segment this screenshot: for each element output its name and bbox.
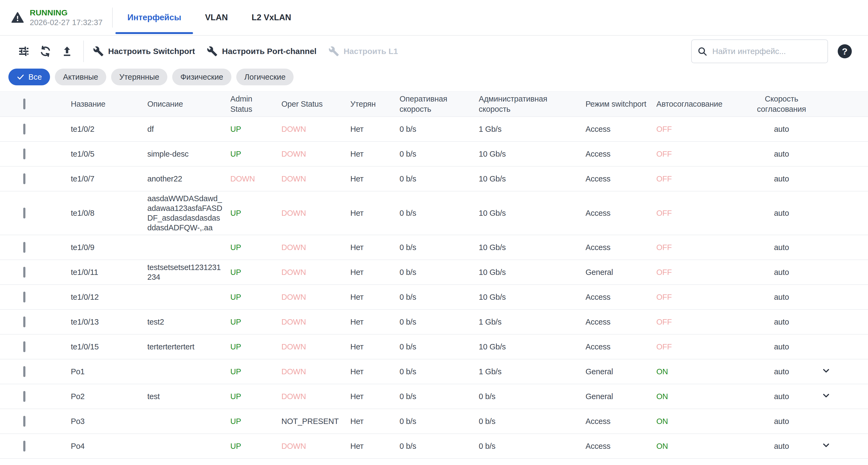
tab-interfaces[interactable]: Интерфейсы (116, 0, 193, 35)
admin-status: UP (230, 417, 281, 426)
oper-status: DOWN (281, 392, 350, 401)
lost: Нет (350, 442, 400, 451)
admin-status: UP (230, 442, 281, 451)
neg-speed: auto (750, 268, 813, 277)
row-checkbox[interactable] (23, 242, 25, 253)
tune-icon[interactable] (17, 45, 30, 58)
row-checkbox[interactable] (23, 366, 25, 377)
switchport-mode: Access (586, 150, 656, 159)
interface-name: te1/0/9 (71, 243, 147, 252)
configure-portchannel-button[interactable]: Настроить Port-channel (207, 46, 316, 57)
table-row[interactable]: te1/0/8aasdaWWDASdawd_adawaa123asfaFASDD… (0, 192, 868, 235)
row-expander[interactable] (813, 391, 840, 402)
admin-speed: 0 b/s (479, 417, 586, 426)
configure-l1-button: Настроить L1 (329, 46, 398, 57)
table-row[interactable]: Po2testUPDOWNНет0 b/s0 b/sGeneralONauto (0, 384, 868, 409)
oper-status: DOWN (281, 243, 350, 252)
upload-icon[interactable] (61, 45, 73, 58)
autoneg: ON (656, 417, 750, 426)
admin-speed: 10 Gb/s (479, 209, 586, 218)
row-checkbox[interactable] (23, 391, 25, 402)
check-icon (17, 73, 25, 81)
oper-status: DOWN (281, 442, 350, 451)
search-input[interactable] (712, 47, 822, 56)
row-expander[interactable] (813, 440, 840, 452)
switchport-mode: Access (586, 174, 656, 184)
switchport-mode: Access (586, 243, 656, 252)
lost: Нет (350, 392, 400, 401)
select-all-checkbox[interactable] (23, 99, 25, 109)
lost: Нет (350, 293, 400, 302)
oper-speed: 0 b/s (400, 417, 479, 426)
oper-speed: 0 b/s (400, 293, 479, 302)
oper-speed: 0 b/s (400, 174, 479, 184)
row-checkbox[interactable] (23, 292, 25, 302)
help-icon[interactable]: ? (838, 44, 852, 58)
neg-speed: auto (750, 125, 813, 134)
row-checkbox[interactable] (23, 416, 25, 427)
table-row[interactable]: te1/0/11testsetsetset1231231234UPDOWNНет… (0, 260, 868, 285)
table-row[interactable]: te1/0/15tertertertertertUPDOWNНет0 b/s10… (0, 335, 868, 359)
table-row[interactable]: te1/0/13test2UPDOWNНет0 b/s1 Gb/sAccessO… (0, 310, 868, 335)
tab-l2vxlan[interactable]: L2 VxLAN (240, 0, 303, 35)
neg-speed: auto (750, 209, 813, 218)
interface-description: simple-desc (147, 149, 230, 159)
row-checkbox[interactable] (23, 173, 25, 184)
lost: Нет (350, 150, 400, 159)
oper-speed: 0 b/s (400, 392, 479, 401)
status-state: RUNNING (30, 8, 102, 18)
row-checkbox[interactable] (23, 267, 25, 277)
filter-physical[interactable]: Физические (172, 69, 231, 85)
row-checkbox[interactable] (23, 341, 25, 352)
divider (83, 40, 84, 62)
admin-status: UP (230, 209, 281, 218)
admin-status: UP (230, 318, 281, 327)
table-row[interactable]: te1/0/2dfUPDOWNНет0 b/s1 Gb/sAccessOFFau… (0, 117, 868, 142)
filter-active[interactable]: Активные (55, 69, 106, 85)
configure-switchport-button[interactable]: Настроить Switchport (93, 46, 195, 57)
row-checkbox[interactable] (23, 148, 25, 159)
row-checkbox[interactable] (23, 208, 25, 219)
divider (112, 7, 113, 28)
table-row[interactable]: Po4UPDOWNНет0 b/s0 b/sAccessONauto (0, 434, 868, 459)
admin-speed: 10 Gb/s (479, 174, 586, 184)
warning-icon (11, 11, 24, 24)
row-checkbox[interactable] (23, 124, 25, 134)
admin-speed: 1 Gb/s (479, 125, 586, 134)
table-row[interactable]: Po1UPDOWNНет0 b/s1 Gb/sGeneralONauto (0, 359, 868, 384)
filter-lost[interactable]: Утерянные (111, 69, 167, 85)
filter-logical[interactable]: Логические (236, 69, 294, 85)
filter-all[interactable]: Все (8, 69, 50, 85)
admin-speed: 0 b/s (479, 442, 586, 451)
table-row[interactable]: te1/0/9UPDOWNНет0 b/s10 Gb/sAccessOFFaut… (0, 235, 868, 260)
row-checkbox[interactable] (23, 317, 25, 327)
switchport-mode: Access (586, 125, 656, 134)
table-row[interactable]: te1/0/5simple-descUPDOWNНет0 b/s10 Gb/sA… (0, 142, 868, 167)
autoneg: OFF (656, 318, 750, 327)
refresh-icon[interactable] (39, 45, 52, 58)
switchport-mode: General (586, 367, 656, 376)
row-checkbox[interactable] (23, 441, 25, 452)
autoneg: ON (656, 442, 750, 451)
row-expander[interactable] (813, 366, 840, 377)
wrench-icon (93, 46, 104, 57)
interface-name: te1/0/7 (71, 174, 147, 184)
interface-name: te1/0/8 (71, 209, 147, 218)
lost: Нет (350, 125, 400, 134)
admin-speed: 10 Gb/s (479, 243, 586, 252)
tab-vlan[interactable]: VLAN (193, 0, 240, 35)
switchport-mode: Access (586, 318, 656, 327)
oper-status: DOWN (281, 268, 350, 277)
autoneg: OFF (656, 268, 750, 277)
table-row[interactable]: Po3UPNOT_PRESENTНет0 b/s0 b/sAccessONaut… (0, 409, 868, 434)
table-row[interactable]: te1/0/7another22DOWNDOWNНет0 b/s10 Gb/sA… (0, 167, 868, 192)
oper-status: DOWN (281, 293, 350, 302)
switchport-mode: Access (586, 342, 656, 351)
col-lost: Утерян (350, 99, 400, 109)
autoneg: OFF (656, 150, 750, 159)
interface-description: aasdaWWDASdawd_adawaa123asfaFASDDF_asdas… (147, 194, 230, 232)
table-row[interactable]: te1/0/12UPDOWNНет0 b/s10 Gb/sAccessOFFau… (0, 285, 868, 310)
switchport-mode: General (586, 392, 656, 401)
oper-speed: 0 b/s (400, 318, 479, 327)
col-description: Описание (147, 99, 230, 109)
